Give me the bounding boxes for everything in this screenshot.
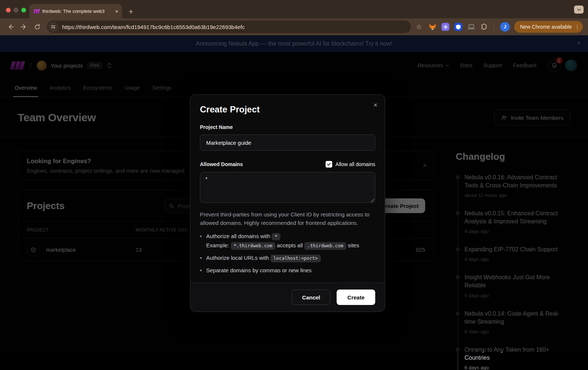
fox-icon	[429, 23, 437, 31]
code-chip: *.thirdweb.com	[231, 242, 275, 250]
allowed-domains-label: Allowed Domains	[200, 161, 243, 167]
minimize-window-button[interactable]	[14, 8, 18, 12]
chrome-update-label: New Chrome available	[520, 24, 572, 30]
puzzle-icon	[481, 24, 488, 30]
fullscreen-window-button[interactable]	[21, 8, 26, 12]
tab-close-icon[interactable]: ×	[115, 8, 118, 14]
create-project-modal: Create Project × Project Name Allowed Do…	[190, 94, 385, 312]
changelog-entry-time: 6 days ago	[465, 365, 570, 370]
check-icon	[327, 162, 331, 166]
address-bar[interactable]: https://thirdweb.com/team/fcd194917bc9c6…	[47, 21, 411, 33]
rule-authorize-all: Authorize all domains with * Example: *.…	[200, 232, 375, 250]
project-name-label: Project Name	[200, 124, 375, 130]
modal-title: Create Project	[200, 104, 375, 115]
rule-authorize-local: Authorize local URLs with localhost:<por…	[200, 254, 375, 262]
chevron-down-icon	[577, 8, 581, 12]
reload-button[interactable]	[32, 21, 43, 32]
shield-icon	[456, 25, 460, 29]
metamask-extension-icon[interactable]	[429, 23, 437, 31]
browser-tab[interactable]: thirdweb: The complete web3 ×	[29, 4, 122, 18]
bitwarden-extension-icon[interactable]	[454, 23, 462, 31]
tune-icon	[51, 24, 56, 29]
code-chip: .thirdweb.com	[304, 242, 346, 250]
purple-extension-icon[interactable]	[441, 23, 449, 31]
example-label: Example:	[206, 242, 229, 248]
allowed-domains-textarea[interactable]: *	[200, 172, 375, 203]
project-name-input[interactable]	[200, 134, 375, 151]
snowflake-icon	[443, 25, 448, 29]
window-controls	[6, 8, 26, 12]
modal-footer: Cancel Create	[190, 283, 385, 312]
bookmark-star-icon[interactable]: ☆	[416, 23, 422, 31]
back-button[interactable]	[5, 21, 16, 32]
rule-text: Separate domains by commas or new lines	[206, 267, 312, 273]
allow-all-domains-label: Allow all domains	[336, 161, 375, 167]
toolbar-divider	[494, 23, 494, 30]
code-chip: *	[272, 233, 280, 241]
tab-strip: thirdweb: The complete web3 × +	[0, 0, 588, 18]
browser-profile-avatar[interactable]: J	[500, 22, 510, 32]
rule-text: Authorize local URLs with	[206, 255, 269, 261]
browser-toolbar: https://thirdweb.com/team/fcd194917bc9c6…	[0, 18, 588, 35]
forward-button[interactable]	[18, 21, 29, 32]
domains-rules-list: Authorize all domains with * Example: *.…	[200, 232, 375, 275]
reload-icon	[34, 24, 41, 30]
page-viewport: Announcing Nebula App — the most powerfu…	[0, 35, 588, 352]
create-button[interactable]: Create	[337, 290, 375, 305]
extensions-puzzle-button[interactable]	[480, 23, 488, 31]
cancel-button[interactable]: Cancel	[292, 290, 330, 305]
site-settings-button[interactable]	[48, 22, 58, 32]
allow-all-domains-control[interactable]: Allow all domains	[326, 161, 375, 168]
chrome-update-button[interactable]: New Chrome available ⋮	[514, 21, 583, 33]
modal-close-icon[interactable]: ×	[373, 101, 377, 108]
rule-separate-domains: Separate domains by commas or new lines	[200, 266, 375, 275]
tab-search-button[interactable]	[574, 6, 584, 14]
tab-title: thirdweb: The complete web3	[42, 8, 112, 14]
laptop-icon	[467, 24, 475, 30]
domains-help-text: Prevent third-parties from using your Cl…	[200, 210, 375, 227]
allow-all-domains-checkbox[interactable]	[326, 161, 332, 168]
thirdweb-favicon-icon	[34, 9, 39, 14]
example-suffix-text: sites	[348, 242, 359, 248]
code-chip: localhost:<port>	[270, 255, 320, 262]
close-window-button[interactable]	[6, 8, 11, 12]
rule-text: Authorize all domains with	[206, 233, 270, 239]
browser-menu-icon[interactable]: ⋮	[575, 24, 580, 30]
new-tab-button[interactable]: +	[129, 8, 133, 15]
rule-example: Example: *.thirdweb.com accepts all .thi…	[206, 241, 375, 250]
extensions-row	[429, 23, 488, 31]
screen-share-extension-icon[interactable]	[467, 23, 475, 31]
example-mid-text: accepts all	[277, 242, 303, 248]
arrow-right-icon	[20, 23, 28, 30]
arrow-left-icon	[7, 23, 14, 30]
browser-chrome: thirdweb: The complete web3 × + https://…	[0, 0, 588, 35]
url-text: https://thirdweb.com/team/fcd194917bc9c6…	[62, 24, 406, 30]
